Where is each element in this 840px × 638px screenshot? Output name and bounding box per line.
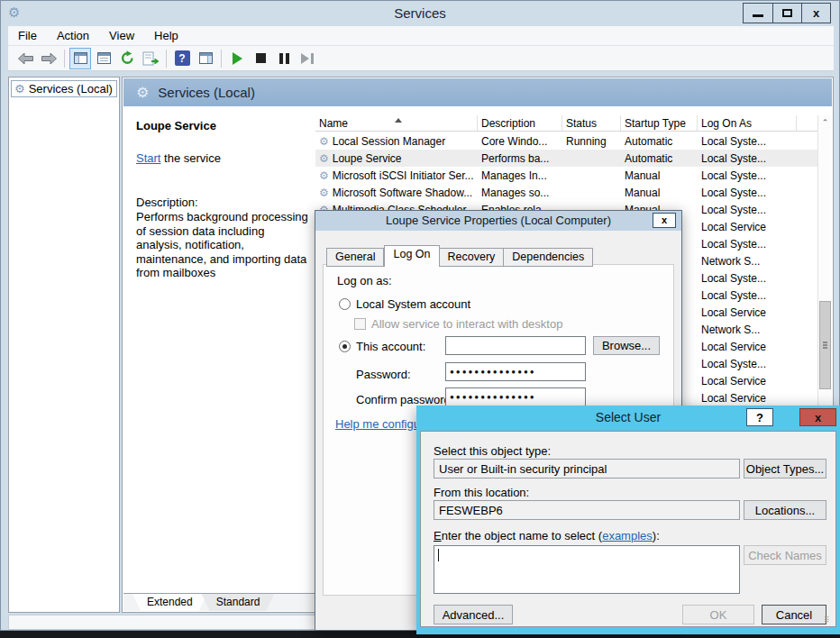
column-header-startup-type[interactable]: Startup Type	[621, 115, 698, 131]
toolbar: ?	[8, 46, 834, 71]
from-location-field: FESWEBP6	[434, 500, 740, 520]
tab-log-on[interactable]: Log On	[384, 245, 439, 267]
password-label: Password:	[356, 368, 411, 381]
panel-header-title: Services (Local)	[158, 85, 255, 100]
column-header-status[interactable]: Status	[562, 115, 621, 131]
start-service-link[interactable]: Start	[136, 151, 160, 165]
column-header-name[interactable]: Name	[315, 115, 478, 131]
stop-service-button[interactable]	[250, 48, 271, 69]
ok-button[interactable]: OK	[682, 605, 754, 624]
tree-item-services-local[interactable]: ⚙ Services (Local)	[11, 80, 117, 97]
object-name-textarea[interactable]	[434, 545, 740, 594]
restart-service-icon	[301, 53, 314, 64]
select-user-help-button[interactable]: ?	[746, 408, 773, 426]
password-input[interactable]: ●●●●●●●●●●●●●●	[445, 362, 586, 381]
pause-service-button[interactable]	[273, 48, 295, 69]
confirm-password-input[interactable]: ●●●●●●●●●●●●●●	[445, 387, 586, 406]
console-tree: ⚙ Services (Local)	[8, 77, 120, 613]
browse-button[interactable]: Browse...	[593, 336, 660, 355]
object-type-field: User or Built-in security principal	[434, 459, 740, 478]
table-row[interactable]: ⚙Loupe ServicePerforms ba...AutomaticLoc…	[315, 150, 817, 167]
panel-header: ⚙ Services (Local)	[123, 78, 832, 106]
start-service-button[interactable]	[226, 48, 248, 69]
tab-recovery[interactable]: Recovery	[440, 248, 505, 267]
close-button[interactable]: x	[801, 4, 830, 23]
scrollbar-up-icon[interactable]: ⌃	[818, 115, 832, 130]
column-header-log-on-as[interactable]: Log On As	[698, 115, 797, 131]
local-system-radio[interactable]	[339, 298, 351, 310]
advanced-button[interactable]: Advanced...	[434, 605, 513, 624]
table-row[interactable]: ⚙Microsoft iSCSI Initiator Ser...Manages…	[315, 167, 817, 184]
text-caret	[438, 549, 439, 561]
table-header: Name Description Status Startup Type Log…	[315, 115, 817, 132]
enter-object-name-label: Enter the object name to select (example…	[434, 529, 660, 542]
export-list-button[interactable]	[140, 48, 161, 69]
minimize-icon	[753, 14, 763, 17]
tab-standard[interactable]: Standard	[202, 594, 275, 611]
examples-link[interactable]: examples	[602, 529, 653, 542]
select-user-close-button[interactable]: x	[799, 408, 836, 426]
back-button[interactable]	[14, 48, 36, 69]
service-gear-icon: ⚙	[319, 135, 329, 148]
this-account-radio[interactable]	[339, 341, 351, 352]
show-action-pane-button[interactable]	[195, 48, 216, 69]
allow-desktop-checkbox[interactable]	[354, 318, 366, 330]
object-types-button[interactable]: Object Types...	[744, 459, 826, 478]
properties-close-button[interactable]: x	[653, 213, 676, 228]
locations-button[interactable]: Locations...	[744, 500, 826, 520]
maximize-icon	[782, 9, 792, 17]
menu-action[interactable]: Action	[47, 26, 99, 46]
table-row[interactable]: ⚙Local Session ManagerCore Windo...Runni…	[315, 132, 817, 150]
tab-dependencies[interactable]: Dependencies	[504, 248, 593, 267]
maximize-button[interactable]	[772, 4, 801, 23]
show-console-tree-button[interactable]	[69, 48, 91, 69]
services-gear-icon: ⚙	[14, 82, 25, 96]
back-icon	[17, 52, 34, 65]
help-icon: ?	[175, 50, 190, 66]
properties-icon	[97, 52, 111, 64]
forward-icon	[41, 52, 58, 65]
sort-ascending-icon	[395, 118, 402, 123]
toolbar-separator	[64, 50, 65, 68]
tab-extended[interactable]: Extended	[132, 594, 207, 611]
close-icon: x	[813, 7, 819, 19]
refresh-icon	[120, 50, 135, 66]
properties-tabs: General Log On Recovery Dependencies	[326, 248, 593, 267]
service-description: Performs background processing of sessio…	[136, 210, 309, 280]
window-title: Services	[1, 5, 839, 21]
start-service-line: Start the service	[136, 151, 309, 165]
service-gear-icon: ⚙	[319, 187, 329, 199]
column-header-description[interactable]: Description	[478, 115, 562, 131]
description-label: Description:	[136, 196, 309, 209]
allow-desktop-label: Allow service to interact with desktop	[371, 317, 562, 331]
refresh-button[interactable]	[116, 48, 138, 69]
cancel-button[interactable]: Cancel	[762, 605, 826, 624]
stop-service-icon	[256, 53, 266, 63]
scrollbar-thumb[interactable]	[819, 301, 831, 389]
account-input[interactable]	[445, 336, 586, 355]
menu-file[interactable]: File	[8, 26, 47, 46]
select-user-titlebar: Select User ? x	[416, 406, 840, 431]
menu-view[interactable]: View	[99, 26, 144, 46]
local-system-label[interactable]: Local System account	[356, 297, 470, 311]
properties-titlebar: Loupe Service Properties (Local Computer…	[315, 211, 681, 231]
table-row[interactable]: ⚙Microsoft Software Shadow...Manages so.…	[315, 184, 817, 201]
this-account-label[interactable]: This account:	[356, 340, 425, 353]
menu-help[interactable]: Help	[144, 26, 188, 46]
forward-button[interactable]	[38, 48, 59, 69]
tab-general[interactable]: General	[326, 248, 384, 267]
properties-button[interactable]	[93, 48, 114, 69]
toolbar-separator	[166, 50, 167, 68]
minimize-button[interactable]	[744, 4, 772, 23]
help-button[interactable]: ?	[171, 48, 193, 69]
object-type-label: Select this object type:	[434, 444, 551, 458]
tree-item-label: Services (Local)	[29, 82, 113, 96]
service-gear-icon: ⚙	[319, 169, 329, 182]
check-names-button[interactable]: Check Names	[744, 545, 826, 565]
select-user-title: Select User	[416, 406, 840, 430]
resize-grip[interactable]: ⠿	[824, 615, 833, 624]
restart-service-button[interactable]	[297, 48, 318, 69]
properties-dialog-title: Loupe Service Properties (Local Computer…	[315, 211, 681, 231]
window-controls: x	[743, 3, 831, 23]
select-user-dialog: Select User ? x Select this object type:…	[416, 406, 840, 634]
